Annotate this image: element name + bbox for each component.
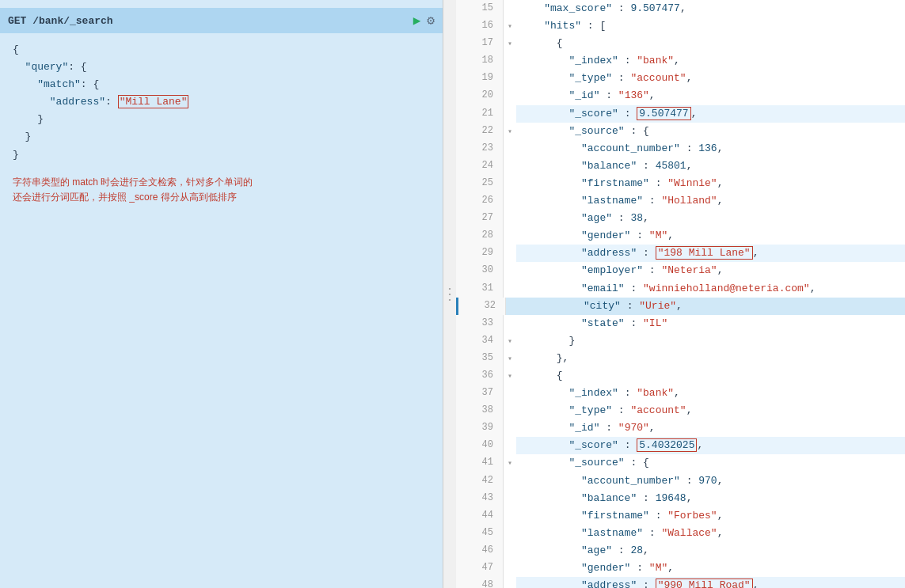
line-content: "max_score" : 9.507477, — [516, 0, 905, 17]
fold-arrow[interactable]: ▾ — [504, 454, 516, 472]
fold-arrow — [504, 315, 516, 332]
line-number: 34 — [456, 332, 504, 350]
fold-arrow[interactable]: ▾ — [504, 367, 516, 385]
tooltip-text: 字符串类型的 match 时会进行全文检索，针对多个单词的 还会进行分词匹配，并… — [13, 175, 430, 205]
fold-arrow — [504, 70, 516, 87]
line-number: 20 — [456, 87, 504, 104]
line-content: "_type" : "account", — [516, 70, 905, 87]
line-number: 18 — [456, 52, 504, 70]
table-row: 46 "age" : 28, — [456, 542, 905, 560]
line-number: 19 — [456, 70, 504, 87]
line-number: 15 — [456, 0, 504, 17]
fold-arrow[interactable]: ▾ — [504, 350, 516, 367]
table-row: 19 "_type" : "account", — [456, 70, 905, 87]
fold-arrow — [504, 385, 516, 402]
fold-arrow — [504, 490, 516, 507]
fold-arrow — [504, 245, 516, 262]
line-number: 42 — [456, 472, 504, 490]
table-row: 44 "firstname" : "Forbes", — [456, 507, 905, 525]
table-row: 24 "balance" : 45801, — [456, 157, 905, 175]
fold-arrow[interactable]: ▾ — [504, 35, 516, 52]
panel-separator: ⋮ — [443, 0, 456, 588]
line-number: 22 — [456, 123, 504, 140]
fold-arrow — [504, 280, 516, 298]
fold-arrow[interactable]: ▾ — [504, 17, 516, 35]
fold-arrow — [504, 525, 516, 542]
line-number: 30 — [456, 262, 504, 279]
fold-arrow — [504, 437, 516, 454]
table-row: 41▾ "_source" : { — [456, 454, 905, 472]
line-content: "address" : "198 Mill Lane", — [516, 245, 905, 262]
table-row: 38 "_type" : "account", — [456, 402, 905, 419]
table-row: 37 "_index" : "bank", — [456, 385, 905, 402]
line-content: "address" : "990 Mill Road", — [516, 577, 905, 588]
line-number: 48 — [456, 577, 504, 588]
line-content: "_score" : 9.507477, — [516, 105, 905, 123]
code-line-1: { — [13, 41, 430, 59]
line-number: 16 — [456, 17, 504, 35]
line-content: "_id" : "970", — [516, 419, 905, 437]
table-row: 48 "address" : "990 Mill Road", — [456, 577, 905, 588]
line-content: { — [516, 367, 905, 385]
fold-arrow — [504, 105, 516, 123]
line-number: 39 — [456, 419, 504, 437]
line-number: 31 — [456, 280, 504, 298]
fold-arrow — [504, 542, 516, 560]
line-content: } — [516, 332, 905, 350]
line-content: "_index" : "bank", — [516, 385, 905, 402]
line-number: 38 — [456, 402, 504, 419]
right-panel[interactable]: 15 "max_score" : 9.507477,16▾ "hits" : [… — [456, 0, 905, 588]
table-row: 42 "account_number" : 970, — [456, 472, 905, 490]
fold-arrow — [504, 419, 516, 437]
table-row: 17▾ { — [456, 35, 905, 52]
request-bar: GET /bank/_search ▶ ⚙ — [0, 8, 443, 33]
line-number: 36 — [456, 367, 504, 385]
fold-arrow[interactable]: ▾ — [504, 332, 516, 350]
code-line-3: "match": { — [13, 76, 430, 93]
line-content: "_id" : "136", — [516, 87, 905, 104]
fold-arrow[interactable]: ▾ — [504, 123, 516, 140]
settings-icon[interactable]: ⚙ — [427, 13, 435, 28]
line-content: "age" : 28, — [516, 542, 905, 560]
table-row: 18 "_index" : "bank", — [456, 52, 905, 70]
fold-arrow — [504, 227, 516, 245]
fold-arrow — [504, 157, 516, 175]
line-content: "firstname" : "Winnie", — [516, 175, 905, 192]
table-row: 35▾ }, — [456, 350, 905, 367]
fold-arrow — [504, 175, 516, 192]
table-row: 45 "lastname" : "Wallace", — [456, 525, 905, 542]
fold-arrow — [504, 507, 516, 525]
request-icons: ▶ ⚙ — [413, 13, 435, 28]
query-code-block: { "query": { "match": { "address": "Mill… — [0, 38, 443, 167]
line-content: "hits" : [ — [516, 17, 905, 35]
play-icon[interactable]: ▶ — [413, 13, 421, 28]
table-row: 39 "_id" : "970", — [456, 419, 905, 437]
line-content: "gender" : "M", — [516, 227, 905, 245]
line-number: 29 — [456, 245, 504, 262]
line-content: "firstname" : "Forbes", — [516, 507, 905, 525]
fold-arrow — [504, 262, 516, 279]
line-number: 37 — [456, 385, 504, 402]
table-row: 47 "gender" : "M", — [456, 560, 905, 577]
fold-arrow — [504, 560, 516, 577]
table-row: 20 "_id" : "136", — [456, 87, 905, 104]
line-content: "_source" : { — [516, 123, 905, 140]
fold-arrow — [504, 140, 516, 157]
line-number: 33 — [456, 315, 504, 332]
fold-arrow — [504, 210, 516, 227]
table-row: 21 "_score" : 9.507477, — [456, 105, 905, 123]
request-method: GET /bank/_search — [8, 15, 113, 27]
line-content: "_index" : "bank", — [516, 52, 905, 70]
line-content: "_score" : 5.4032025, — [516, 437, 905, 454]
table-row: 33 "state" : "IL" — [456, 315, 905, 332]
line-number: 17 — [456, 35, 504, 52]
table-row: 27 "age" : 38, — [456, 210, 905, 227]
line-number: 21 — [456, 105, 504, 123]
line-content: "balance" : 45801, — [516, 157, 905, 175]
fold-arrow — [504, 87, 516, 104]
line-content: "account_number" : 970, — [516, 472, 905, 490]
line-number: 43 — [456, 490, 504, 507]
line-number: 32 — [458, 298, 506, 315]
table-row: 30 "employer" : "Neteria", — [456, 262, 905, 279]
line-content: "employer" : "Neteria", — [516, 262, 905, 279]
